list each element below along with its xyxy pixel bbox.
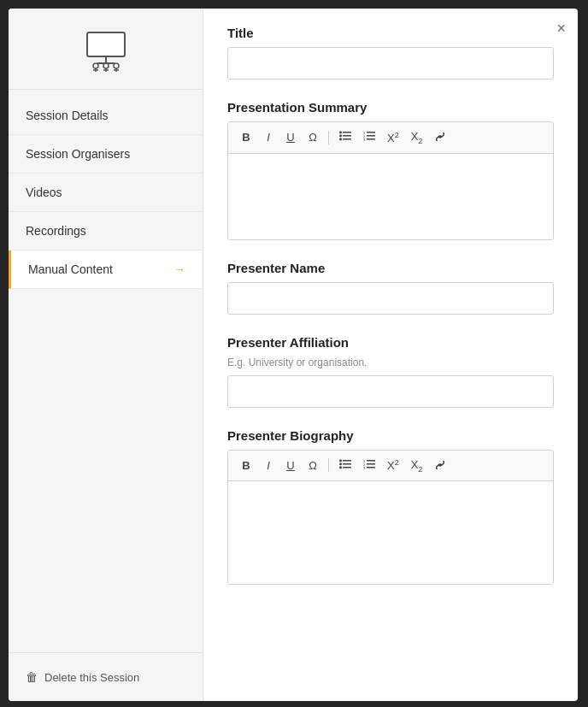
sidebar-item-session-details[interactable]: Session Details [9, 97, 203, 135]
svg-rect-14 [343, 138, 351, 140]
svg-rect-0 [87, 32, 125, 56]
bio-italic-button[interactable]: I [259, 457, 278, 474]
title-section: Title [227, 26, 554, 80]
modal-container: Session Details Session Organisers Video… [9, 9, 578, 701]
bio-ordered-list-button[interactable]: 1 2 3 [359, 457, 379, 474]
bio-superscript-button[interactable]: X2 [383, 456, 403, 474]
presenter-biography-body[interactable] [228, 481, 553, 584]
presenter-name-section: Presenter Name [227, 261, 554, 315]
svg-point-29 [339, 466, 342, 468]
presentation-summary-editor: B I U Ω [227, 121, 554, 240]
sidebar-item-videos[interactable]: Videos [9, 174, 203, 212]
italic-button[interactable]: I [259, 128, 278, 146]
svg-text:3: 3 [363, 465, 366, 469]
sidebar-item-label: Session Details [26, 109, 109, 122]
presenter-affiliation-label: Presenter Affiliation [227, 335, 554, 350]
sidebar-item-label: Session Organisers [26, 147, 130, 161]
unordered-list-button[interactable] [335, 128, 356, 146]
sidebar-logo [9, 9, 203, 90]
bio-subscript-button[interactable]: X2 [407, 456, 427, 476]
presenter-biography-editor: B I U Ω [227, 450, 554, 586]
title-input[interactable] [227, 47, 554, 80]
summary-toolbar: B I U Ω [228, 122, 553, 154]
omega-button[interactable]: Ω [303, 128, 322, 146]
sidebar-footer: 🗑 Delete this Session [9, 652, 203, 701]
presenter-biography-section: Presenter Biography B I U Ω [227, 428, 554, 586]
svg-point-17 [339, 138, 342, 141]
presenter-biography-label: Presenter Biography [227, 428, 554, 443]
sidebar-nav: Session Details Session Organisers Video… [9, 90, 203, 652]
presentation-summary-label: Presentation Summary [227, 100, 554, 115]
bio-bold-button[interactable]: B [237, 457, 256, 474]
subscript-button[interactable]: X2 [407, 127, 427, 148]
svg-rect-24 [343, 460, 351, 462]
svg-rect-12 [343, 132, 351, 133]
svg-rect-32 [367, 467, 375, 468]
presenter-name-label: Presenter Name [227, 261, 554, 275]
bio-unordered-list-button[interactable] [335, 457, 356, 474]
bold-button[interactable]: B [237, 128, 256, 146]
bio-underline-button[interactable]: U [281, 457, 300, 474]
sidebar-item-label: Manual Content [28, 262, 113, 276]
svg-point-28 [339, 462, 342, 465]
presentation-icon [80, 29, 132, 72]
svg-rect-19 [367, 135, 375, 137]
bio-omega-button[interactable]: Ω [303, 457, 322, 474]
sidebar-item-session-organisers[interactable]: Session Organisers [9, 135, 203, 174]
trash-icon: 🗑 [26, 670, 38, 684]
sidebar-item-label: Videos [26, 186, 62, 199]
title-label: Title [227, 26, 554, 40]
svg-rect-20 [367, 138, 375, 140]
presenter-name-input[interactable] [227, 282, 554, 315]
svg-rect-25 [343, 463, 351, 465]
svg-rect-13 [343, 135, 351, 137]
sidebar-item-label: Recordings [26, 224, 86, 238]
close-button[interactable]: × [556, 21, 566, 36]
presenter-affiliation-input[interactable] [227, 375, 554, 408]
svg-point-3 [93, 63, 98, 68]
presenter-affiliation-section: Presenter Affiliation E.g. University or… [227, 335, 554, 408]
bio-link-button[interactable] [430, 457, 450, 474]
underline-button[interactable]: U [281, 128, 300, 146]
svg-rect-26 [343, 467, 351, 468]
sidebar-item-recordings[interactable]: Recordings [9, 212, 203, 250]
svg-text:3: 3 [363, 138, 366, 142]
delete-session-label: Delete this Session [44, 671, 139, 684]
link-button[interactable] [430, 128, 450, 146]
svg-point-16 [339, 135, 342, 138]
superscript-button[interactable]: X2 [383, 128, 403, 147]
sidebar: Session Details Session Organisers Video… [9, 9, 203, 701]
bio-toolbar-divider [328, 458, 329, 472]
presentation-summary-body[interactable] [228, 154, 553, 239]
nav-arrow-icon: → [173, 262, 185, 276]
svg-point-27 [339, 459, 342, 462]
presentation-summary-section: Presentation Summary B I U Ω [227, 100, 554, 240]
sidebar-item-manual-content[interactable]: Manual Content → [9, 250, 203, 289]
toolbar-divider [328, 131, 329, 144]
svg-rect-18 [367, 132, 375, 133]
svg-point-15 [339, 132, 342, 134]
biography-toolbar: B I U Ω [228, 451, 553, 482]
svg-point-9 [114, 63, 119, 68]
main-content: × Title Presentation Summary B I U Ω [203, 9, 578, 701]
ordered-list-button[interactable]: 1 2 3 [359, 128, 379, 146]
svg-rect-31 [367, 463, 375, 465]
delete-session-button[interactable]: 🗑 Delete this Session [26, 670, 185, 684]
svg-rect-30 [367, 460, 375, 462]
presenter-affiliation-hint: E.g. University or organisation. [227, 356, 554, 368]
